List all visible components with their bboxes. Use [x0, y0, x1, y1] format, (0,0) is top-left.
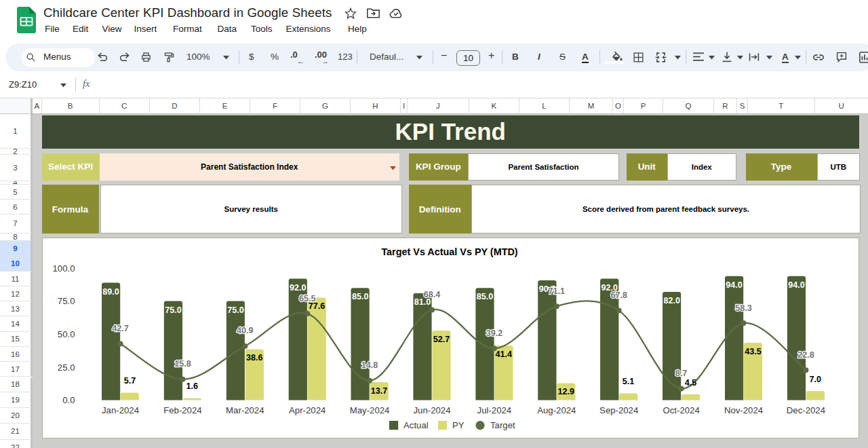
svg-text:67.8: 67.8 — [610, 291, 627, 300]
svg-text:Dec-2024: Dec-2024 — [787, 405, 825, 415]
svg-text:Oct-2024: Oct-2024 — [663, 405, 699, 415]
svg-text:Mar-2024: Mar-2024 — [226, 405, 264, 415]
svg-text:12.9: 12.9 — [557, 387, 574, 396]
svg-text:68.4: 68.4 — [424, 290, 441, 299]
svg-text:22.8: 22.8 — [797, 350, 814, 359]
svg-text:38.6: 38.6 — [246, 353, 263, 362]
svg-text:94.0: 94.0 — [788, 280, 805, 289]
svg-text:40.9: 40.9 — [237, 326, 254, 335]
svg-text:89.0: 89.0 — [102, 286, 119, 296]
svg-text:85.0: 85.0 — [477, 292, 494, 301]
svg-text:5.7: 5.7 — [124, 376, 136, 386]
svg-text:39.2: 39.2 — [486, 328, 503, 337]
svg-text:50.0: 50.0 — [58, 329, 75, 339]
svg-text:14.8: 14.8 — [361, 360, 378, 370]
svg-text:65.5: 65.5 — [299, 293, 316, 303]
svg-text:75.0: 75.0 — [165, 305, 182, 314]
svg-text:Jul-2024: Jul-2024 — [477, 405, 512, 415]
svg-text:15.8: 15.8 — [174, 359, 191, 369]
svg-text:1.6: 1.6 — [186, 381, 199, 391]
svg-text:7.0: 7.0 — [810, 374, 822, 384]
svg-text:0.0: 0.0 — [62, 395, 75, 405]
svg-text:8.7: 8.7 — [675, 369, 688, 378]
svg-text:Sep-2024: Sep-2024 — [599, 405, 638, 415]
svg-text:Nov-2024: Nov-2024 — [724, 405, 763, 415]
svg-text:71.1: 71.1 — [549, 286, 566, 295]
svg-text:13.7: 13.7 — [371, 386, 388, 395]
svg-text:May-2024: May-2024 — [350, 405, 390, 415]
svg-text:Aug-2024: Aug-2024 — [537, 405, 576, 415]
svg-text:58.3: 58.3 — [735, 303, 752, 312]
svg-text:41.4: 41.4 — [496, 349, 513, 358]
svg-text:82.0: 82.0 — [663, 296, 680, 305]
svg-text:Target Vs Actual Vs PY (MTD): Target Vs Actual Vs PY (MTD) — [381, 246, 517, 257]
svg-text:Apr-2024: Apr-2024 — [289, 405, 326, 415]
svg-text:52.7: 52.7 — [433, 334, 450, 343]
svg-text:75.0: 75.0 — [58, 296, 75, 306]
svg-text:4.5: 4.5 — [685, 377, 697, 387]
svg-text:Feb-2024: Feb-2024 — [163, 405, 201, 415]
svg-text:PY: PY — [452, 420, 465, 430]
svg-text:94.0: 94.0 — [726, 280, 743, 289]
svg-text:85.0: 85.0 — [352, 292, 369, 301]
svg-text:25.0: 25.0 — [58, 362, 75, 372]
svg-text:92.0: 92.0 — [290, 282, 307, 292]
svg-text:Actual: Actual — [403, 420, 429, 430]
svg-text:Jan-2024: Jan-2024 — [102, 405, 139, 415]
svg-text:Jun-2024: Jun-2024 — [414, 405, 451, 415]
svg-text:Target: Target — [490, 420, 515, 430]
svg-text:42.7: 42.7 — [112, 323, 129, 333]
svg-text:43.5: 43.5 — [745, 346, 762, 356]
svg-text:100.0: 100.0 — [52, 263, 75, 273]
svg-text:75.0: 75.0 — [227, 305, 244, 314]
svg-text:5.1: 5.1 — [623, 377, 635, 386]
